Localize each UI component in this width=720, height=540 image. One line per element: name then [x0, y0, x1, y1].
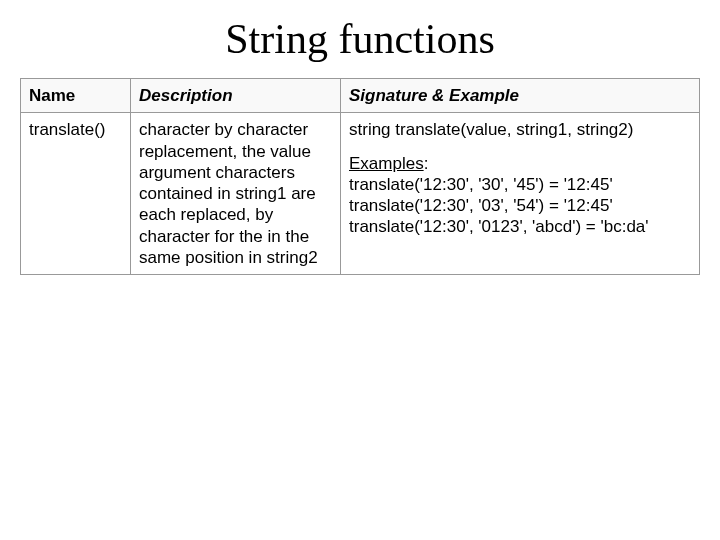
col-header-name: Name — [21, 79, 131, 113]
functions-table: Name Description Signature & Example tra… — [20, 78, 700, 275]
example-line: translate('12:30', '30', '45') = '12:45' — [349, 175, 613, 194]
examples-label: Examples — [349, 154, 424, 173]
examples-colon: : — [424, 154, 429, 173]
table-header-row: Name Description Signature & Example — [21, 79, 700, 113]
example-line: translate('12:30', '0123', 'abcd') = 'bc… — [349, 217, 649, 236]
page-title: String functions — [20, 15, 700, 63]
cell-description: character by character replacement, the … — [131, 113, 341, 275]
slide: String functions Name Description Signat… — [0, 0, 720, 540]
col-header-description: Description — [131, 79, 341, 113]
table-row: translate() character by character repla… — [21, 113, 700, 275]
cell-signature: string translate(value, string1, string2… — [341, 113, 700, 275]
col-header-signature: Signature & Example — [341, 79, 700, 113]
example-line: translate('12:30', '03', '54') = '12:45' — [349, 196, 613, 215]
cell-name: translate() — [21, 113, 131, 275]
examples-block: Examples: translate('12:30', '30', '45')… — [349, 153, 691, 238]
signature-text: string translate(value, string1, string2… — [349, 119, 691, 140]
